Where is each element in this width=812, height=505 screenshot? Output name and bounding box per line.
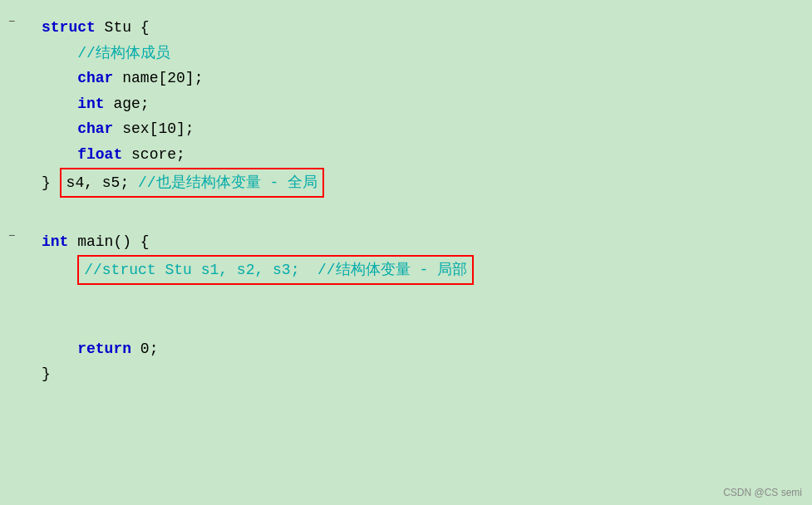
kw-return: return (77, 341, 131, 357)
main-line-6: } (33, 361, 804, 387)
struct-line-7: } s4, s5; //也是结构体变量 - 全局 (33, 168, 804, 199)
main-line-3 (33, 285, 804, 311)
comment-global: //也是结构体变量 - 全局 (138, 174, 317, 191)
code-container: − struct Stu { //结构体成员 char name[20]; in… (0, 0, 812, 505)
struct-line-3: char name[20]; (33, 66, 804, 91)
struct-line-2: //结构体成员 (33, 41, 804, 66)
main-line-2: //struct Stu s1, s2, s3; //结构体变量 - 局部 (33, 255, 804, 286)
highlighted-s4s5: s4, s5; //也是结构体变量 - 全局 (60, 168, 324, 199)
kw-char1: char (77, 70, 113, 86)
fold-indicator-struct[interactable]: − (8, 15, 25, 28)
struct-line-6: float score; (33, 142, 804, 168)
fold-indicator-main[interactable]: − (8, 229, 25, 243)
comment-local: //struct Stu s1, s2, s3; //结构体变量 - 局部 (84, 262, 467, 278)
main-line-1: int main() { (33, 229, 804, 255)
struct-line-1: struct Stu { (33, 15, 804, 41)
fold-char-struct: − (8, 15, 15, 28)
struct-line-4: int age; (33, 91, 804, 117)
highlighted-struct-local: //struct Stu s1, s2, s3; //结构体变量 - 局部 (77, 255, 474, 286)
kw-char2: char (77, 120, 113, 137)
struct-code-block: struct Stu { //结构体成员 char name[20]; int … (33, 15, 804, 198)
kw-int: int (77, 96, 104, 112)
struct-section: − struct Stu { //结构体成员 char name[20]; in… (8, 15, 804, 198)
main-code-block: int main() { //struct Stu s1, s2, s3; //… (33, 229, 804, 387)
spacer (8, 214, 804, 229)
kw-float: float (77, 146, 122, 163)
main-line-5: return 0; (33, 336, 804, 362)
fold-char-main: − (8, 229, 15, 243)
kw-struct: struct (42, 19, 96, 36)
main-line-4 (33, 311, 804, 336)
watermark: CSDN @CS semi (723, 487, 802, 498)
kw-int-main: int (42, 233, 68, 250)
struct-line-5: char sex[10]; (33, 116, 804, 142)
main-section: − int main() { //struct Stu s1, s2, s3; … (8, 229, 804, 387)
comment-struct-member: //结构体成员 (77, 45, 170, 61)
